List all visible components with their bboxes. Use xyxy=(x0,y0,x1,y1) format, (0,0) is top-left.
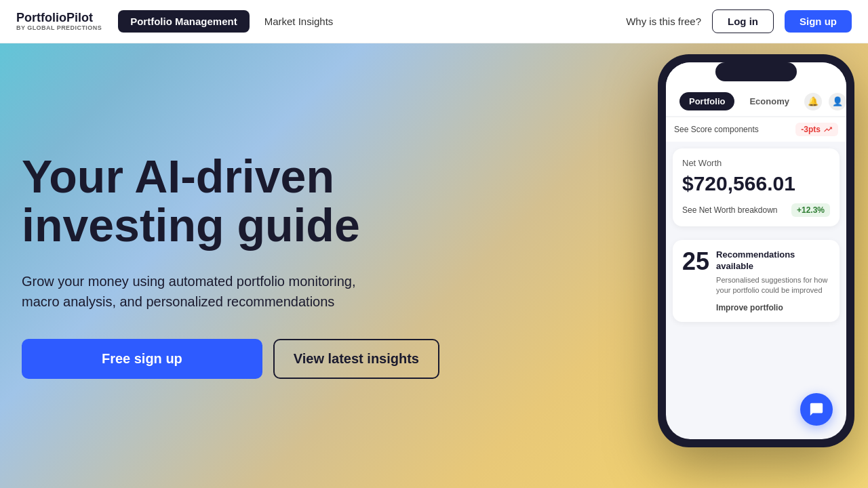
rec-count: 25 xyxy=(682,249,709,312)
signup-button[interactable]: Sign up xyxy=(785,10,852,33)
hero-headline-line1: Your AI-driven xyxy=(22,150,334,202)
free-signup-button[interactable]: Free sign up xyxy=(22,339,262,379)
score-row[interactable]: See Score components -3pts xyxy=(666,117,846,142)
nav-portfolio-management[interactable]: Portfolio Management xyxy=(118,10,250,33)
recommendations-card: 25 Recommendations available Personalise… xyxy=(673,240,840,322)
hero-section: Your AI-driven investing guide Grow your… xyxy=(0,0,868,488)
view-insights-button[interactable]: View latest insights xyxy=(273,339,439,379)
navbar: PortfolioPilot BY GLOBAL PREDICTIONS Por… xyxy=(0,0,868,43)
nw-green-badge: +12.3% xyxy=(791,203,830,217)
nw-breakdown-label: See Net Worth breakdown xyxy=(682,205,778,215)
rec-title: Recommendations available xyxy=(716,249,830,272)
nav-links: Portfolio Management Market Insights xyxy=(118,10,626,33)
phone-screen: Portfolio Economy 🔔 👤 See Score componen… xyxy=(666,62,846,439)
hero-headline: Your AI-driven investing guide xyxy=(22,152,439,249)
login-button[interactable]: Log in xyxy=(712,9,774,33)
hero-subtext: Grow your money using automated portfoli… xyxy=(22,271,388,312)
notification-icon[interactable]: 🔔 xyxy=(804,93,822,110)
chat-button[interactable] xyxy=(800,393,833,426)
app-bar-icons: 🔔 👤 xyxy=(804,93,846,110)
why-free-link[interactable]: Why is this free? xyxy=(626,16,701,27)
net-worth-card: Net Worth $720,566.01 See Net Worth brea… xyxy=(673,148,840,226)
tab-economy[interactable]: Economy xyxy=(740,92,799,110)
hero-buttons: Free sign up View latest insights xyxy=(22,339,439,379)
score-label: See Score components xyxy=(674,125,759,134)
profile-icon[interactable]: 👤 xyxy=(829,93,846,110)
phone-mockup: Portfolio Economy 🔔 👤 See Score componen… xyxy=(658,54,854,461)
rec-text: Recommendations available Personalised s… xyxy=(716,249,830,312)
logo-title: PortfolioPilot xyxy=(16,12,102,25)
nw-breakdown-row[interactable]: See Net Worth breakdown +12.3% xyxy=(682,203,830,217)
nav-market-insights[interactable]: Market Insights xyxy=(252,10,346,33)
score-badge: -3pts xyxy=(795,123,838,136)
logo-subtitle: BY GLOBAL PREDICTIONS xyxy=(16,24,102,31)
nav-right: Why is this free? Log in Sign up xyxy=(626,9,852,33)
rec-desc: Personalised suggestions for how your po… xyxy=(716,275,830,296)
hero-content: Your AI-driven investing guide Grow your… xyxy=(0,152,461,379)
improve-portfolio-button[interactable]: Improve portfolio xyxy=(716,303,830,312)
nw-label: Net Worth xyxy=(682,158,830,168)
hero-headline-line2: investing guide xyxy=(22,199,360,251)
tab-portfolio[interactable]: Portfolio xyxy=(679,92,734,110)
logo[interactable]: PortfolioPilot BY GLOBAL PREDICTIONS xyxy=(16,12,102,32)
phone-notch xyxy=(715,62,797,81)
nw-value: $720,566.01 xyxy=(682,172,830,195)
